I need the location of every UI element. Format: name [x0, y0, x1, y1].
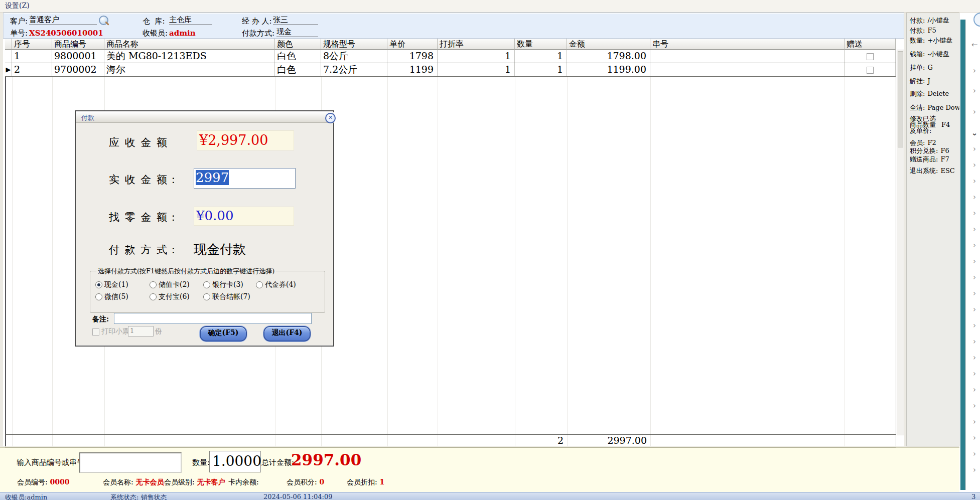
hotkey-item: 赠送商品:F7	[910, 156, 949, 163]
chevron-right-icon[interactable]: ›	[969, 401, 979, 410]
radio-icon[interactable]	[150, 281, 157, 288]
menu-item-settings[interactable]: 设置(Z)	[5, 2, 30, 11]
gift-checkbox[interactable]	[867, 53, 874, 60]
member-field: 会员编号: 0000	[17, 478, 70, 487]
grand-total-value: 2997.00	[291, 451, 361, 469]
hotkey-key: Delete	[927, 90, 949, 97]
payment-option-7[interactable]: 联合结帐(7)	[203, 292, 250, 301]
member-field-label: 会员名称:	[103, 478, 133, 486]
confirm-button[interactable]: 确定(F5)	[200, 326, 247, 342]
operator-field[interactable]: 张三	[273, 15, 318, 25]
chevron-right-icon[interactable]: ›	[969, 86, 979, 95]
chevron-right-icon[interactable]: ›	[969, 209, 979, 218]
hotkey-key: ESC	[940, 168, 954, 175]
remark-input[interactable]	[114, 313, 312, 324]
qty-input[interactable]: 1.0000	[209, 451, 261, 472]
chevron-right-icon[interactable]: ›	[969, 305, 979, 314]
member-field: 会员折扣: 1	[347, 478, 384, 487]
paymethod-field[interactable]: 现金	[276, 27, 318, 37]
status-item: 收银员:admin	[5, 493, 47, 500]
gift-cell	[845, 63, 896, 76]
chevron-right-icon[interactable]: ›	[969, 337, 979, 346]
chevron-right-icon[interactable]: ›	[969, 177, 979, 186]
grid-scrollbar[interactable]	[897, 50, 904, 435]
radio-icon[interactable]	[203, 281, 210, 288]
grid-column-line	[896, 77, 896, 446]
chevron-right-icon[interactable]: ›	[969, 257, 979, 266]
chevron-right-icon[interactable]: ›	[969, 193, 979, 202]
member-field-value: 0	[317, 478, 325, 486]
hotkey-label: 付款:	[910, 17, 925, 24]
payment-option-6[interactable]: 支付宝(6)	[150, 292, 190, 301]
member-field: 会员名称: 无卡会员	[103, 478, 164, 487]
chevron-right-icon[interactable]: ›	[969, 353, 979, 362]
radio-icon[interactable]	[95, 293, 102, 300]
table-row[interactable]: ▶29700002海尔白色7.2公斤1199111199.00	[5, 63, 896, 77]
payment-option-label: 代金券(4)	[265, 280, 296, 289]
chevron-right-icon[interactable]: ›	[969, 465, 979, 474]
payment-option-5[interactable]: 微信(5)	[95, 292, 128, 301]
chevron-right-icon[interactable]: ›	[969, 225, 979, 234]
chevron-down-icon[interactable]: ⌄	[969, 128, 979, 137]
grid-header-cell: 数量	[515, 39, 567, 50]
chevron-right-icon[interactable]: ›	[969, 107, 979, 116]
member-field-label: 会员编号:	[17, 478, 48, 486]
print-receipt-checkbox[interactable]	[92, 328, 99, 336]
chevron-right-icon[interactable]: ›	[969, 289, 979, 298]
payment-option-label: 现金(1)	[104, 280, 128, 289]
radio-icon[interactable]	[150, 293, 157, 300]
payment-dialog: 付款 ✕ 应 收 金 额 ¥2,997.00 实 收 金 额： 2997 找 零…	[75, 110, 334, 347]
payment-option-3[interactable]: 银行卡(3)	[203, 280, 243, 289]
warehouse-field[interactable]: 主仓库	[169, 15, 212, 25]
grid-column-line	[845, 77, 845, 446]
customer-field[interactable]: 普通客户	[29, 15, 97, 25]
chevron-right-icon[interactable]: ›	[969, 321, 979, 330]
radio-icon[interactable]	[256, 281, 263, 288]
table-cell	[650, 50, 845, 63]
table-row[interactable]: 19800001美的 MG80-1213EDS白色8公斤1798111798.0…	[5, 50, 896, 63]
print-copies-input[interactable]: 1	[128, 326, 154, 337]
payment-option-2[interactable]: 储值卡(2)	[150, 280, 190, 289]
received-label: 实 收 金 额：	[109, 173, 180, 187]
payment-option-label: 联合结帐(7)	[212, 292, 250, 301]
radio-icon[interactable]	[203, 293, 210, 300]
close-icon[interactable]: ✕	[325, 113, 336, 123]
chevron-right-icon[interactable]: ›	[969, 273, 979, 282]
payment-option-4[interactable]: 代金券(4)	[256, 280, 296, 289]
chevron-right-icon[interactable]: ›	[969, 433, 979, 442]
hotkey-item: 数量:+小键盘	[910, 37, 952, 44]
hotkey-item: 会员:F2	[910, 139, 936, 146]
grid-column-line	[5, 77, 6, 446]
barcode-input[interactable]	[79, 452, 182, 473]
chevron-right-icon[interactable]: ›	[969, 160, 979, 170]
chevron-right-icon[interactable]: ›	[969, 385, 979, 394]
status-item: 系统状态: 销售状态	[110, 493, 167, 500]
back-arrow-icon[interactable]: ←	[969, 40, 979, 49]
member-field-label: 会员折扣:	[347, 478, 377, 486]
radio-icon[interactable]	[95, 281, 102, 288]
dock-teal-bar[interactable]	[960, 20, 965, 490]
payment-option-1[interactable]: 现金(1)	[95, 280, 128, 289]
search-icon[interactable]	[98, 16, 111, 29]
hotkey-key: G	[927, 64, 932, 71]
chevron-right-icon[interactable]: ›	[969, 241, 979, 250]
gift-checkbox[interactable]	[867, 67, 874, 74]
chevron-right-icon[interactable]: ›	[969, 144, 979, 153]
total-qty: 2	[515, 435, 567, 446]
dock-circle-icon[interactable]	[973, 13, 980, 27]
grid-header-cell: 颜色	[275, 39, 321, 50]
chevron-right-icon[interactable]: ›	[969, 417, 979, 426]
received-amount-input[interactable]: 2997	[194, 168, 296, 189]
hotkey-item: 退出系统:ESC	[910, 168, 955, 175]
scrollbar-thumb[interactable]	[898, 51, 903, 147]
chevron-right-icon[interactable]: ›	[969, 449, 979, 458]
hotkey-key: F7	[940, 156, 949, 163]
table-cell: 2	[12, 63, 52, 76]
chevron-right-icon[interactable]: ›	[969, 369, 979, 378]
chevron-right-icon[interactable]: ›	[969, 66, 979, 75]
table-cell: 1	[515, 50, 567, 63]
exit-button[interactable]: 退出(F4)	[263, 326, 311, 342]
hotkey-key: +小键盘	[927, 37, 952, 44]
dialog-titlebar[interactable]: 付款 ✕	[76, 112, 334, 123]
hotkey-item: 修改已选商品数量及单价:F4	[910, 116, 950, 134]
